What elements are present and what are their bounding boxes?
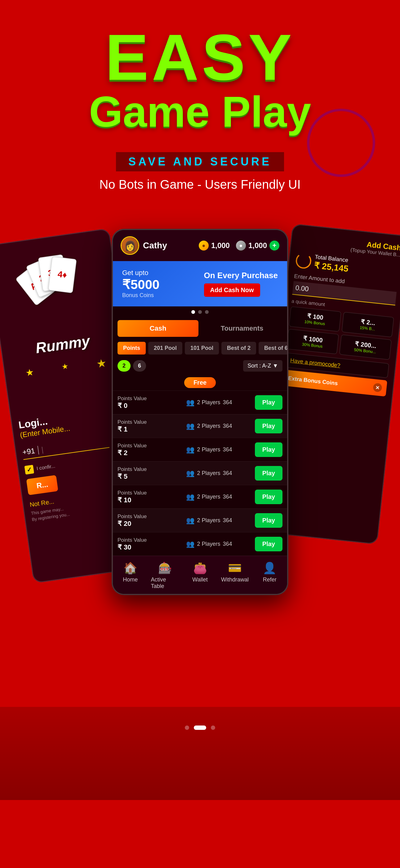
sort-button[interactable]: Sort : A-Z ▼ [243, 360, 282, 372]
nav-wallet[interactable]: 👛 Wallet [182, 556, 218, 594]
free-label-container: Free [113, 375, 287, 391]
spinner-icon [295, 252, 312, 270]
nav-refer[interactable]: 👤 Refer [253, 556, 287, 594]
play-btn-2[interactable]: Play [255, 442, 282, 457]
players-icon-5: 👥 [186, 517, 194, 525]
tab-cash[interactable]: Cash [118, 320, 198, 337]
promo-code-text: Have a promocode? [290, 357, 340, 369]
extra-bonus-text: Extra Bonus Coins [288, 375, 338, 387]
username: Cathy [143, 241, 167, 251]
count-sort-bar: 2 6 Sort : A-Z ▼ [113, 357, 287, 375]
row-3-players: 👥 2 Players 364 [186, 469, 255, 477]
play-btn-0[interactable]: Play [255, 395, 282, 410]
row-5-value: ₹ 20 [118, 520, 186, 528]
filter-chips: Points 201 Pool 101 Pool Best of 2 Best … [113, 339, 287, 357]
circle-decoration-1 [307, 108, 375, 177]
home-icon: 🏠 [124, 562, 137, 575]
banner-left: Get upto ₹5000 Bonus Coins [122, 269, 159, 299]
players-icon-3: 👥 [186, 469, 194, 477]
nav-active-table[interactable]: 🎰 Active Table [147, 556, 182, 594]
avatar-image: 👩 [122, 237, 138, 254]
row-5-player-count: 2 Players [197, 517, 220, 524]
checkbox-icon: ✓ [25, 465, 34, 475]
quick-amount-200[interactable]: ₹ 2... 15% B... [342, 312, 394, 337]
row-3-count: 364 [223, 470, 232, 476]
wallet-icon: 👛 [193, 562, 207, 575]
withdrawal-icon: 💳 [228, 562, 242, 575]
star-icon-1: ★ [25, 367, 35, 381]
save-secure-bar: SAVE AND SECURE [116, 152, 284, 172]
row-1-player-count: 2 Players [197, 423, 220, 429]
nav-withdrawal[interactable]: 💳 Withdrawal [218, 556, 252, 594]
star-icon-2: ★ [61, 362, 70, 376]
quick-amount-100[interactable]: ₹ 100 10% Bonus [289, 306, 341, 332]
dot-1 [191, 310, 195, 314]
active-table-icon: 🎰 [158, 562, 172, 575]
gold-coin-item: ● 1,000 [199, 241, 230, 251]
play-btn-6[interactable]: Play [255, 537, 282, 551]
tab-tournaments[interactable]: Tournaments [202, 320, 282, 337]
register-btn[interactable]: R... [26, 475, 59, 495]
hero-section: EASY Game Play SAVE AND SECURE No Bots i… [0, 0, 400, 210]
row-4-count: 364 [223, 494, 232, 500]
sort-chevron-icon: ▼ [272, 363, 278, 369]
add-coins-btn[interactable]: + [269, 241, 279, 251]
player-pill-2[interactable]: 2 [118, 360, 131, 372]
row-0-count: 364 [223, 399, 232, 406]
row-1-count: 364 [223, 423, 232, 429]
banner-amount: ₹5000 [122, 277, 159, 292]
avatar: 👩 [121, 236, 139, 255]
nav-wallet-label: Wallet [192, 577, 207, 583]
row-4-info: Points Value ₹ 10 [118, 490, 186, 504]
free-badge: Free [184, 377, 216, 388]
phone-cursor: | [41, 445, 44, 454]
quick-amount-2000[interactable]: ₹ 200... 50% Bonu... [339, 334, 392, 360]
row-6-value: ₹ 30 [118, 543, 186, 551]
players-icon-2: 👥 [186, 446, 194, 454]
banner-right: On Every Purchase Add Cash Now [204, 271, 278, 297]
player-pills: 2 6 [118, 360, 146, 372]
scroll-dot-2-active [194, 725, 206, 730]
row-4-players: 👥 2 Players 364 [186, 493, 255, 501]
add-cash-now-btn[interactable]: Add Cash Now [204, 283, 260, 297]
row-5-count: 364 [223, 517, 232, 524]
game-list: Free Points Value ₹ 0 👥 2 Players 364 Pl… [113, 375, 287, 556]
refer-icon: 👤 [263, 562, 276, 575]
filter-best-of-6[interactable]: Best of 6 [259, 342, 287, 354]
filter-best-of-2[interactable]: Best of 2 [222, 342, 256, 354]
game-row-0: Points Value ₹ 0 👥 2 Players 364 Play [113, 391, 287, 414]
save-secure-text: SAVE AND SECURE [128, 155, 272, 168]
dot-2 [198, 310, 202, 314]
row-3-label: Points Value [118, 466, 186, 472]
row-6-label: Points Value [118, 537, 186, 543]
row-2-player-count: 2 Players [197, 446, 220, 453]
player-pill-6[interactable]: 6 [133, 360, 146, 372]
play-btn-1[interactable]: Play [255, 419, 282, 433]
main-phone: 👩 Cathy ● 1,000 ● 1,000 + Get upto ₹ [112, 229, 288, 595]
nav-refer-label: Refer [263, 577, 276, 583]
on-every-text: On Every Purchase [204, 271, 278, 280]
bonus-coins-text: Bonus Coins [122, 292, 159, 299]
play-btn-4[interactable]: Play [255, 490, 282, 504]
play-btn-5[interactable]: Play [255, 513, 282, 528]
filter-101-pool[interactable]: 101 Pool [185, 342, 219, 354]
quick-amount-1000[interactable]: ₹ 1000 30% Bonus [287, 329, 339, 354]
phone-header: 👩 Cathy ● 1,000 ● 1,000 + [113, 230, 287, 261]
close-icon[interactable]: ✕ [373, 383, 382, 393]
promo-banner: Get upto ₹5000 Bonus Coins On Every Purc… [113, 261, 287, 306]
bottom-section [0, 707, 400, 800]
game-row-1: Points Value ₹ 1 👥 2 Players 364 Play [113, 414, 287, 438]
play-btn-3[interactable]: Play [255, 466, 282, 480]
row-2-info: Points Value ₹ 2 [118, 443, 186, 457]
playing-card-4: 4♦ [48, 256, 77, 293]
filter-201-pool[interactable]: 201 Pool [148, 342, 182, 354]
tab-bar: Cash Tournaments [113, 318, 287, 339]
row-4-value: ₹ 10 [118, 496, 186, 504]
confirm-text: I confir... [36, 463, 56, 471]
silver-coin-amount: 1,000 [248, 241, 267, 250]
scroll-dot-3 [211, 725, 215, 730]
filter-points[interactable]: Points [118, 342, 146, 354]
row-1-players: 👥 2 Players 364 [186, 422, 255, 430]
nav-withdrawal-label: Withdrawal [221, 577, 249, 583]
nav-home[interactable]: 🏠 Home [113, 556, 147, 594]
